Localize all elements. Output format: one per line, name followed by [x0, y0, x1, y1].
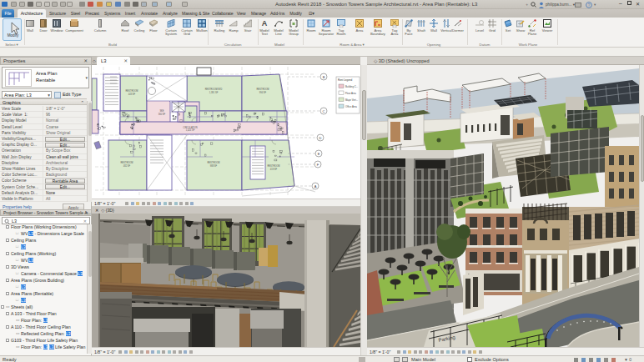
svg-text:SKE: SKE: [159, 109, 164, 113]
svg-text:RESTROOM: RESTROOM: [121, 161, 133, 164]
svg-text:B: B: [323, 75, 325, 79]
svg-text:1,391 SF: 1,391 SF: [209, 91, 219, 94]
svg-text:1,024 SF: 1,024 SF: [186, 128, 195, 132]
svg-text:988 SF: 988 SF: [210, 164, 218, 168]
svg-text:Floor Area: Floor Area: [345, 92, 356, 95]
svg-text:Building C...: Building C...: [345, 85, 358, 88]
svg-text:E: E: [318, 152, 320, 156]
svg-text:994 SF: 994 SF: [259, 91, 267, 94]
svg-text:RESTROOM: RESTROOM: [257, 88, 269, 91]
svg-text:A: A: [314, 184, 317, 189]
svg-text:Rent Legend: Rent Legend: [338, 78, 353, 82]
svg-text:?: ?: [588, 3, 591, 8]
svg-text:Major Vert...: Major Vert...: [345, 98, 358, 102]
svg-text:Office Area: Office Area: [345, 105, 357, 108]
svg-text:443 SF: 443 SF: [128, 93, 136, 96]
svg-text:D: D: [319, 136, 322, 140]
svg-text:RESTROOM W/D: RESTROOM W/D: [205, 88, 223, 91]
svg-text:RESTROOM: RESTROOM: [208, 161, 220, 164]
svg-text:482 SF: 482 SF: [123, 164, 131, 168]
svg-text:419 SF: 419 SF: [270, 168, 278, 171]
svg-text:RESTROOM: RESTROOM: [268, 164, 280, 168]
svg-text:C: C: [323, 109, 325, 113]
svg-text:360 SF: 360 SF: [158, 113, 166, 116]
svg-text:RESTROOM: RESTROOM: [126, 89, 138, 93]
